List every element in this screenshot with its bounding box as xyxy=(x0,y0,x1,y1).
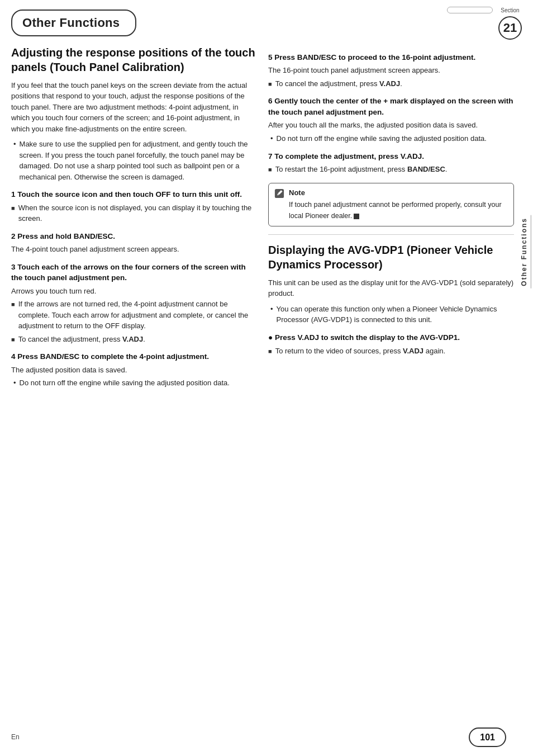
step4-heading: 4 Press BAND/ESC to complete the 4-point… xyxy=(11,351,257,362)
section-title-badge: Other Functions xyxy=(11,10,136,36)
step3-sq1-text: If the arrows are not turned red, the 4-… xyxy=(18,299,257,332)
section-title-text: Other Functions xyxy=(22,16,120,30)
step6-body: After you touch all the marks, the adjus… xyxy=(268,120,514,131)
section2-step-sq1: ■ To return to the video of sources, pre… xyxy=(268,346,514,357)
step5-sq1-text: To cancel the adjustment, press V.ADJ. xyxy=(275,78,402,89)
bullet-dot-icon3: • xyxy=(270,134,273,144)
step3-sq1: ■ If the arrows are not turned red, the … xyxy=(11,299,257,332)
left-column: Adjusting the response positions of the … xyxy=(11,45,257,393)
section1-intro: If you feel that the touch panel keys on… xyxy=(11,80,257,135)
note-content: Note If touch panel adjustment cannot be… xyxy=(289,188,508,221)
square-bullet-icon2: ■ xyxy=(11,300,15,309)
side-label: Other Functions xyxy=(518,215,531,289)
step7-sq1-text: To restart the 16-point adjustment, pres… xyxy=(275,164,448,175)
note-icon xyxy=(274,188,284,201)
step3-sq2: ■ To cancel the adjustment, press V.ADJ. xyxy=(11,334,257,345)
section-label: Section xyxy=(501,7,519,15)
step3-sq2-text: To cancel the adjustment, press V.ADJ. xyxy=(18,334,145,345)
section-number-box: Section 21 xyxy=(498,7,522,40)
section2-title: Displaying the AVG-VDP1 (Pioneer Vehicle… xyxy=(268,243,514,272)
step2-heading: 2 Press and hold BAND/ESC. xyxy=(11,231,257,242)
main-content: Adjusting the response positions of the … xyxy=(0,40,533,393)
step6-bullet1-text: Do not turn off the engine while saving … xyxy=(277,133,487,144)
side-label-container: Other Functions xyxy=(517,190,533,313)
step5-sq1: ■ To cancel the adjustment, press V.ADJ. xyxy=(268,78,514,89)
section-number: 21 xyxy=(498,16,522,40)
step2-body: The 4-point touch panel adjustment scree… xyxy=(11,244,257,255)
step4-bullet1-text: Do not turn off the engine while saving … xyxy=(20,377,230,389)
step7-heading: 7 To complete the adjustment, press V.AD… xyxy=(268,151,514,162)
footer-page: 101 xyxy=(469,727,506,747)
section2-intro: This unit can be used as the display uni… xyxy=(268,277,514,299)
bullet-dot-icon: • xyxy=(13,139,16,182)
header-tab-center xyxy=(447,7,493,13)
section1-bullet1: • Make sure to use the supplied pen for … xyxy=(11,139,257,182)
step1-heading: 1 Touch the source icon and then touch O… xyxy=(11,189,257,200)
step4-bullet1: • Do not turn off the engine while savin… xyxy=(11,377,257,389)
square-bullet-icon: ■ xyxy=(11,204,15,213)
footer-lang: En xyxy=(11,733,20,742)
section2-step-sq1-text: To return to the video of sources, press… xyxy=(275,346,446,357)
square-bullet-icon4: ■ xyxy=(268,80,272,89)
end-marker xyxy=(354,214,359,219)
note-box: Note If touch panel adjustment cannot be… xyxy=(268,183,514,226)
section-divider xyxy=(268,234,514,235)
square-bullet-icon5: ■ xyxy=(268,166,272,174)
step5-heading: 5 Press BAND/ESC to proceed to the 16-po… xyxy=(268,52,514,63)
section2-bullet1: • You can operate this function only whe… xyxy=(268,304,514,325)
bullet-dot-icon2: • xyxy=(13,378,16,389)
section2-bullet1-text: You can operate this function only when … xyxy=(277,304,514,325)
step6-heading: 6 Gently touch the center of the + mark … xyxy=(268,96,514,117)
page-footer: En 101 xyxy=(0,727,517,747)
step3-body: Arrows you touch turn red. xyxy=(11,286,257,297)
step3-heading: 3 Touch each of the arrows on the four c… xyxy=(11,262,257,284)
section2-step-heading: ● Press V.ADJ to switch the display to t… xyxy=(268,332,514,343)
note-title: Note xyxy=(289,188,508,199)
step1-sq1: ■ When the source icon is not displayed,… xyxy=(11,202,257,224)
section1-bullet1-text: Make sure to use the supplied pen for ad… xyxy=(20,139,257,182)
section1-title: Adjusting the response positions of the … xyxy=(11,45,257,74)
square-bullet-icon6: ■ xyxy=(268,347,272,356)
step7-sq1: ■ To restart the 16-point adjustment, pr… xyxy=(268,164,514,175)
step4-body: The adjusted position data is saved. xyxy=(11,365,257,376)
bullet-dot-icon4: • xyxy=(270,304,273,325)
step6-bullet1: • Do not turn off the engine while savin… xyxy=(268,133,514,144)
page-header: Other Functions Section 21 xyxy=(0,0,533,40)
note-text: If touch panel adjustment cannot be perf… xyxy=(289,201,502,220)
right-column: 5 Press BAND/ESC to proceed to the 16-po… xyxy=(268,45,514,393)
square-bullet-icon3: ■ xyxy=(11,336,15,344)
step5-body: The 16-point touch panel adjustment scre… xyxy=(268,65,514,76)
step1-sq1-text: When the source icon is not displayed, y… xyxy=(18,202,257,224)
